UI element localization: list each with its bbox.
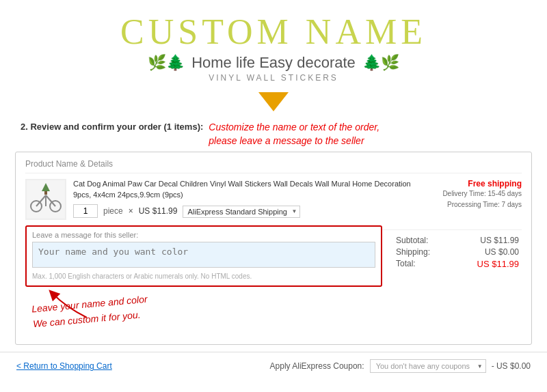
shipping-select-wrap[interactable]: AliExpress Standard Shipping xyxy=(183,205,300,218)
header-small-text: VINYL WALL STICKERS xyxy=(0,73,547,83)
shipping-row: Shipping: US $0.00 xyxy=(396,247,522,257)
message-box: Leave a message for this seller: Max. 1,… xyxy=(25,225,382,287)
product-image xyxy=(25,179,66,220)
header-subtitle-row: 🌿🌲 Home life Easy decorate 🌲🌿 xyxy=(0,54,547,72)
footer: < Return to Shopping Cart Apply AliExpre… xyxy=(0,352,547,380)
shipping-amount: US $0.00 xyxy=(464,247,519,257)
annotation-area: Leave your name and color We can custom … xyxy=(25,287,382,335)
subtotal-amount: US $11.99 xyxy=(464,236,519,245)
arrow-down-icon xyxy=(0,92,547,114)
product-shipping-info: Free shipping Delivery Time: 15-45 days … xyxy=(433,179,522,210)
total-label: Total: xyxy=(396,259,437,269)
coupon-select-wrap[interactable]: You don't have any coupons xyxy=(370,359,486,373)
back-link[interactable]: < Return to Shopping Cart xyxy=(16,361,112,371)
message-hint: Max. 1,000 English characters or Arabic … xyxy=(32,272,375,280)
qty-price-shipping: piece × US $11.99 AliExpress Standard Sh… xyxy=(73,204,426,218)
piece-label: piece xyxy=(103,206,123,216)
section-label-text: 2. Review and confirm your order (1 item… xyxy=(21,121,203,132)
coupon-label: Apply AliExpress Coupon: xyxy=(270,361,364,371)
shipping-label: Shipping: xyxy=(396,247,437,257)
tree-right-icon: 🌲🌿 xyxy=(362,54,399,72)
page-title: CUSTOM NAME xyxy=(0,12,547,51)
total-amount: US $11.99 xyxy=(464,259,519,269)
message-label: Leave a message for this seller: xyxy=(32,231,375,239)
svg-rect-7 xyxy=(44,191,47,195)
shipping-select[interactable]: AliExpress Standard Shipping xyxy=(183,206,300,218)
message-box-container: Leave a message for this seller: Max. 1,… xyxy=(25,225,382,335)
product-price: US $11.99 xyxy=(139,206,178,216)
totals-section: Subtotal: US $11.99 Shipping: US $0.00 T… xyxy=(382,229,522,271)
message-section: Leave a message for this seller: Max. 1,… xyxy=(25,225,522,335)
quantity-input[interactable] xyxy=(73,204,98,218)
footer-right: Apply AliExpress Coupon: You don't have … xyxy=(270,359,531,373)
product-details-wrap: Cat Dog Animal Paw Car Decal Children Vi… xyxy=(73,179,426,218)
times-symbol: × xyxy=(129,206,133,216)
section-instruction: Customize the name or text of the order,… xyxy=(209,121,379,148)
processing-time: Processing Time: 7 days xyxy=(433,199,522,210)
header-subtitle: Home life Easy decorate xyxy=(191,54,356,72)
message-textarea[interactable] xyxy=(32,242,375,268)
free-shipping-label: Free shipping xyxy=(433,179,522,188)
product-row: Cat Dog Animal Paw Car Decal Children Vi… xyxy=(25,179,522,220)
page-header: CUSTOM NAME 🌿🌲 Home life Easy decorate 🌲… xyxy=(0,0,547,87)
coupon-select[interactable]: You don't have any coupons xyxy=(370,359,486,373)
section-label: 2. Review and confirm your order (1 item… xyxy=(0,121,547,152)
order-box: Product Name & Details Cat Dog Animal Pa… xyxy=(15,152,532,345)
total-row: Total: US $11.99 xyxy=(396,259,522,269)
order-box-header: Product Name & Details xyxy=(25,159,522,173)
product-name: Cat Dog Animal Paw Car Decal Children Vi… xyxy=(73,179,426,200)
delivery-time: Delivery Time: 15-45 days xyxy=(433,188,522,199)
coupon-discount: - US $0.00 xyxy=(492,361,531,371)
subtotal-row: Subtotal: US $11.99 xyxy=(396,236,522,245)
tree-left-icon: 🌿🌲 xyxy=(148,54,185,72)
subtotal-label: Subtotal: xyxy=(396,236,437,245)
